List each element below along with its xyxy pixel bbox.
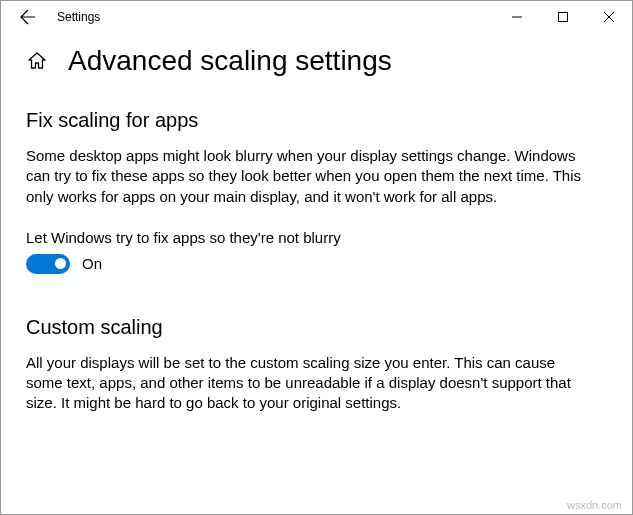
custom-scaling-description: All your displays will be set to the cus…	[26, 353, 586, 414]
watermark: wsxdn.com	[567, 499, 622, 511]
maximize-button[interactable]	[540, 1, 586, 33]
svg-rect-0	[559, 13, 568, 22]
fix-scaling-toggle[interactable]	[26, 254, 70, 274]
window-title: Settings	[57, 10, 100, 24]
page-title: Advanced scaling settings	[68, 45, 392, 77]
fix-scaling-heading: Fix scaling for apps	[26, 109, 607, 132]
window-controls	[494, 1, 632, 33]
minimize-icon	[512, 12, 522, 22]
home-icon	[27, 51, 47, 71]
back-button[interactable]	[9, 1, 47, 33]
toggle-knob	[55, 258, 66, 269]
maximize-icon	[558, 12, 568, 22]
custom-scaling-heading: Custom scaling	[26, 316, 607, 339]
arrow-left-icon	[20, 9, 36, 25]
fix-scaling-toggle-row: On	[26, 254, 607, 274]
minimize-button[interactable]	[494, 1, 540, 33]
titlebar: Settings	[1, 1, 632, 33]
page-header: Advanced scaling settings	[1, 33, 632, 95]
content-area: Fix scaling for apps Some desktop apps m…	[1, 109, 632, 414]
fix-scaling-description: Some desktop apps might look blurry when…	[26, 146, 586, 207]
home-button[interactable]	[26, 50, 48, 72]
fix-scaling-toggle-label: Let Windows try to fix apps so they're n…	[26, 229, 607, 246]
fix-scaling-toggle-state: On	[82, 255, 102, 272]
close-icon	[604, 12, 614, 22]
close-button[interactable]	[586, 1, 632, 33]
